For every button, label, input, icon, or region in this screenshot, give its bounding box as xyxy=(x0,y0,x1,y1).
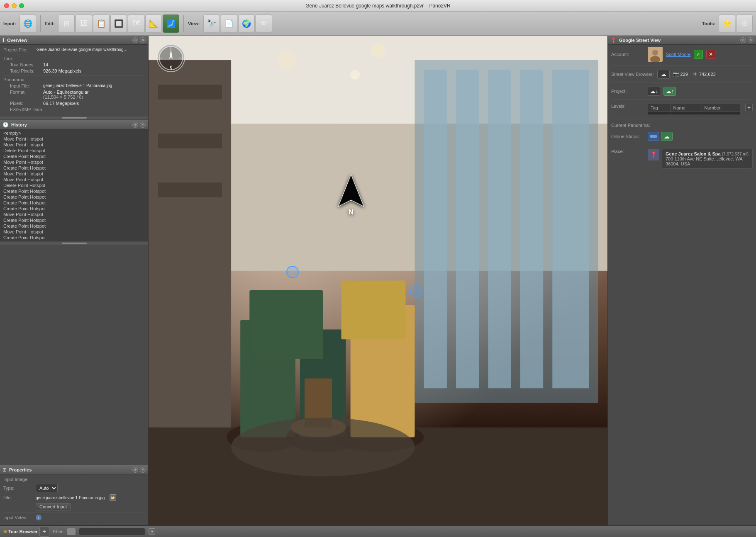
history-item[interactable]: Move Point Hotspot xyxy=(0,229,148,235)
place-icon: 📍 xyxy=(648,149,659,160)
history-item[interactable]: Move Point Hotspot xyxy=(0,177,148,182)
history-item[interactable]: Move Point Hotspot xyxy=(0,136,148,142)
minimize-button[interactable] xyxy=(12,3,17,8)
edit-btn-1[interactable]: ⊞ xyxy=(58,15,75,33)
gsv-close-btn[interactable]: ✕ xyxy=(748,37,754,43)
history-item[interactable]: Move Point Hotspot xyxy=(0,142,148,148)
edit-btn-4[interactable]: 🔲 xyxy=(110,15,127,33)
view-btn-3[interactable]: 🌍 xyxy=(238,15,255,33)
gsv-current-pano-row: Current Panorama: xyxy=(608,121,756,130)
panorama-scene xyxy=(149,36,607,525)
tour-add-button[interactable]: + xyxy=(39,527,49,537)
project-upload-button[interactable]: ☁↑ xyxy=(663,87,676,96)
history-item[interactable]: Delete Point Hotspot xyxy=(0,148,148,153)
user-name-link[interactable]: Scott Moore xyxy=(666,52,690,57)
history-item[interactable]: Move Point Hotspot xyxy=(0,171,148,177)
edit-btn-7[interactable]: 🗾 xyxy=(163,15,179,33)
svg-rect-7 xyxy=(520,70,543,389)
history-item[interactable]: Create Point Hotspot xyxy=(0,217,148,223)
history-section: 🕐 History ⊙ ✕ <empty>Move Point HotspotM… xyxy=(0,120,148,465)
overview-scrollbar[interactable] xyxy=(0,117,148,119)
properties-section: ⊞ Properties ⊙ ✕ Input Image: Type: Auto xyxy=(0,465,148,525)
levels-number-cell xyxy=(702,112,740,115)
camera-icon: 📷 xyxy=(673,71,679,77)
input-video-row: Input Video: i xyxy=(3,515,145,520)
history-item[interactable]: <empty> xyxy=(0,130,148,136)
close-button[interactable] xyxy=(4,3,9,8)
history-item[interactable]: Create Point Hotspot xyxy=(0,200,148,206)
format-row: Format: Auto - Equirectangular (11,504 ×… xyxy=(3,90,145,100)
input-panorama-button[interactable]: 🌐 xyxy=(20,15,36,33)
view-btn-1[interactable]: 🔭 xyxy=(203,15,220,33)
history-item[interactable]: Create Point Hotspot xyxy=(0,194,148,200)
levels-add-button[interactable]: + xyxy=(745,104,753,111)
view-label: View: xyxy=(188,21,200,26)
properties-settings-btn[interactable]: ⊙ xyxy=(132,467,138,473)
history-list[interactable]: <empty>Move Point HotspotMove Point Hots… xyxy=(0,129,148,241)
history-item[interactable]: Create Point Hotspot xyxy=(0,235,148,241)
history-item[interactable]: Create Point Hotspot xyxy=(0,206,148,211)
edit-btn-3[interactable]: 📋 xyxy=(93,15,110,33)
properties-icon: ⊞ xyxy=(2,467,7,473)
center-view[interactable]: N N xyxy=(149,36,607,525)
type-row: Type: Auto xyxy=(3,484,145,492)
scroll-handle xyxy=(62,117,87,119)
history-item[interactable]: Create Point Hotspot xyxy=(0,153,148,159)
overview-close-btn[interactable]: ✕ xyxy=(140,37,146,43)
street-view-browser-button[interactable]: ☁ xyxy=(657,70,670,79)
place-name: Gene Juarez Salon & Spa xyxy=(666,151,721,156)
svg-marker-35 xyxy=(339,175,363,206)
tools-btn-2[interactable]: ⚙ xyxy=(736,15,753,33)
project-download-button[interactable]: ☁↓ xyxy=(648,87,660,96)
gsv-place-row: Place: 📍 Gene Juarez Salon & Spa (7,672.… xyxy=(608,147,756,171)
tour-label: Tour: xyxy=(3,56,37,61)
account-verify-button[interactable]: ✓ xyxy=(694,50,703,59)
edit-btn-5[interactable]: 🗺 xyxy=(128,15,144,33)
history-item[interactable]: Move Point Hotspot xyxy=(0,159,148,165)
properties-close-btn[interactable]: ✕ xyxy=(140,467,146,473)
history-close-btn[interactable]: ✕ xyxy=(140,122,146,128)
view-btn-4[interactable]: 👁 xyxy=(256,15,272,33)
maximize-button[interactable] xyxy=(19,3,24,8)
history-item[interactable]: Delete Point Hotspot xyxy=(0,182,148,188)
gsv-divider-5 xyxy=(611,145,753,145)
svg-rect-42 xyxy=(651,136,652,136)
file-browse-icon[interactable]: 📂 xyxy=(110,494,116,501)
right-panel: 📍 Google Street View ⊙ ✕ Account: Scott … xyxy=(607,36,756,525)
history-settings-btn[interactable]: ⊙ xyxy=(132,122,138,128)
photo-count: 229 xyxy=(680,72,688,77)
online-status-btn-1[interactable] xyxy=(648,132,659,141)
tools-btn-1[interactable]: ⭐ xyxy=(719,15,735,33)
history-item[interactable]: Move Point Hotspot xyxy=(0,211,148,217)
toolbar: Input: 🌐 Edit: ⊞ 🖼 📋 🔲 🗺 📐 🗾 View: xyxy=(0,12,756,36)
history-item[interactable]: Create Point Hotspot xyxy=(0,188,148,194)
filter-input[interactable] xyxy=(79,528,145,535)
view-btn-2[interactable]: 📄 xyxy=(221,15,237,33)
convert-input-button[interactable]: Convert Input xyxy=(36,503,71,510)
svg-rect-11 xyxy=(158,134,222,148)
overview-settings-btn[interactable]: ⊙ xyxy=(132,37,138,43)
traffic-lights[interactable] xyxy=(4,3,24,8)
edit-icon-6: 📐 xyxy=(149,19,158,28)
history-item[interactable]: Create Point Hotspot xyxy=(0,241,148,241)
edit-btn-2[interactable]: 🖼 xyxy=(76,15,92,33)
history-item[interactable]: Create Point Hotspot xyxy=(0,165,148,171)
filter-label: Filter: xyxy=(53,529,64,534)
history-item[interactable]: Create Point Hotspot xyxy=(0,223,148,229)
edit-btn-6[interactable]: 📐 xyxy=(145,15,162,33)
input-image-label: Input Image: xyxy=(3,477,32,482)
online-status-cloud-btn[interactable]: ☁ xyxy=(661,132,673,141)
filter-dropdown-arrow[interactable]: ▾ xyxy=(149,528,155,535)
gsv-settings-btn[interactable]: ⊙ xyxy=(740,37,746,43)
convert-row: Convert Input xyxy=(3,503,145,510)
hotspot-1[interactable] xyxy=(286,266,299,278)
overview-content: Project File: Gene Juarez Bellevue googl… xyxy=(0,45,148,116)
history-scrollbar[interactable] xyxy=(0,242,148,245)
compass-widget[interactable]: N xyxy=(157,44,185,72)
filter-icon[interactable] xyxy=(67,528,76,535)
account-disconnect-button[interactable]: ✕ xyxy=(706,50,715,59)
type-select[interactable]: Auto xyxy=(36,484,58,492)
edit-icon-3: 📋 xyxy=(97,19,106,28)
input-video-info-icon[interactable]: i xyxy=(36,515,41,520)
tour-nodes-value: 14 xyxy=(43,62,48,67)
